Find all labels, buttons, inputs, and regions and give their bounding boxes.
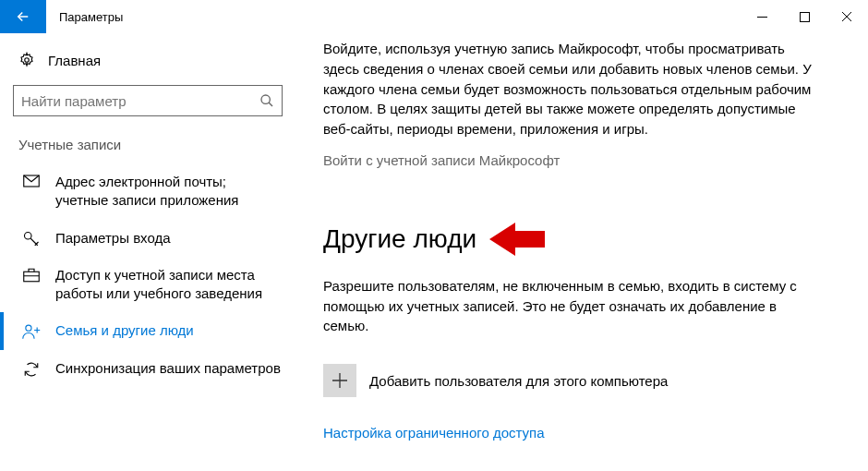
sidebar-item-label: Семья и другие люди (55, 321, 194, 340)
close-icon (841, 11, 852, 22)
svg-point-7 (26, 325, 31, 331)
section-heading-other-people: Другие люди (323, 219, 813, 260)
sidebar-item-sync[interactable]: Синхронизация ваших параметров (0, 350, 295, 387)
plus-icon (332, 372, 348, 389)
titlebar-spacer (123, 0, 741, 33)
restricted-access-link[interactable]: Настройка ограниченного доступа (323, 425, 813, 441)
add-user-row[interactable]: Добавить пользователя для этого компьюте… (323, 364, 813, 397)
home-label: Главная (48, 53, 101, 68)
minimize-icon (757, 12, 767, 22)
svg-rect-1 (800, 12, 809, 21)
svg-point-5 (25, 232, 32, 239)
people-icon (22, 321, 41, 340)
back-arrow-icon (15, 8, 31, 25)
intro-text: Войдите, используя учетную запись Майкро… (323, 39, 813, 139)
add-button[interactable] (323, 364, 356, 397)
svg-rect-6 (24, 272, 40, 282)
annotation-arrow (489, 219, 545, 260)
content: Войдите, используя учетную запись Майкро… (295, 33, 868, 471)
sidebar-item-label: Синхронизация ваших параметров (55, 359, 281, 378)
add-user-label: Добавить пользователя для этого компьюте… (369, 373, 668, 389)
search-container (13, 85, 283, 116)
mail-icon (22, 173, 41, 187)
signin-microsoft-link[interactable]: Войти с учетной записи Майкрософт (323, 152, 813, 168)
sidebar-item-family-users[interactable]: Семья и другие люди (0, 312, 295, 349)
sidebar-item-signin-options[interactable]: Параметры входа (0, 220, 295, 257)
titlebar: Параметры (0, 0, 868, 33)
search-icon (259, 93, 274, 108)
window-controls (741, 0, 868, 33)
section-heading-label: Другие люди (323, 224, 476, 254)
sidebar-item-email-accounts[interactable]: Адрес электронной почты; учетные записи … (0, 163, 295, 220)
gear-icon (18, 52, 35, 68)
sidebar-item-work-school[interactable]: Доступ к учетной записи места работы или… (0, 257, 295, 313)
sidebar: Главная Учетные записи Адрес электронной… (0, 33, 295, 471)
svg-point-2 (25, 58, 30, 63)
svg-rect-0 (757, 17, 767, 18)
search-input[interactable] (21, 93, 259, 109)
svg-point-3 (261, 95, 270, 103)
sidebar-section-label: Учетные записи (0, 133, 295, 163)
sync-icon (22, 359, 41, 378)
maximize-button[interactable] (783, 0, 826, 33)
svg-marker-8 (489, 223, 545, 256)
section-body-text: Разрешите пользователям, не включенным в… (323, 276, 813, 336)
key-icon (22, 229, 41, 248)
window-title: Параметры (46, 0, 123, 33)
briefcase-icon (22, 266, 41, 283)
sidebar-item-label: Доступ к учетной записи места работы или… (55, 266, 283, 304)
home-nav[interactable]: Главная (0, 44, 295, 78)
sidebar-item-label: Параметры входа (55, 229, 171, 248)
sidebar-item-label: Адрес электронной почты; учетные записи … (55, 173, 283, 211)
maximize-icon (800, 12, 810, 22)
close-button[interactable] (826, 0, 868, 33)
back-button[interactable] (0, 0, 46, 33)
minimize-button[interactable] (741, 0, 783, 33)
search-box[interactable] (13, 85, 283, 116)
